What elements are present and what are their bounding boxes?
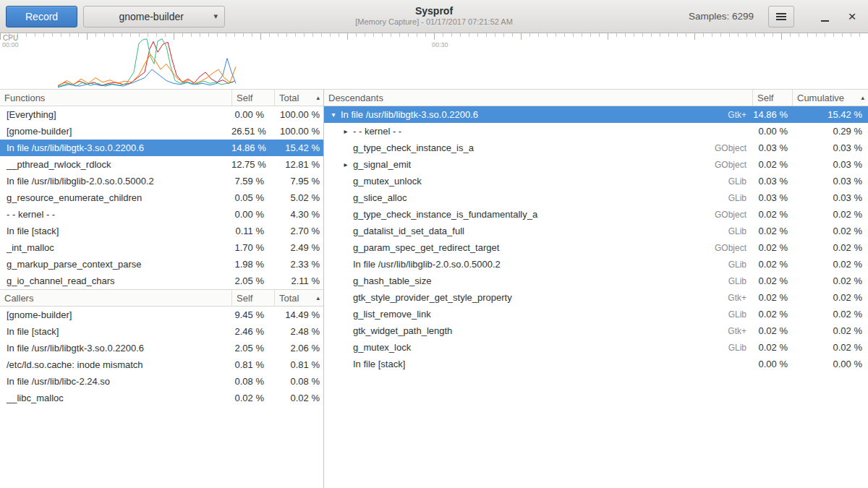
function-row[interactable]: g_resource_enumerate_children 0.05 % 5.0… <box>0 189 323 206</box>
descendants-pane: Descendants Self Cumulative ▴ ▾ In file … <box>324 89 868 488</box>
callers-header-row: Callers Self Total ▴ <box>0 289 323 307</box>
descendant-row[interactable]: g_datalist_id_set_data_full GLib 0.02 % … <box>324 223 868 239</box>
tree-expander-icon[interactable]: ▸ <box>341 160 351 168</box>
record-button[interactable]: Record <box>6 6 77 27</box>
descendant-row[interactable]: In file [stack] 0.00 % 0.00 % <box>324 356 868 372</box>
function-total-value: 100.00 % <box>274 126 323 137</box>
descendants-column-header[interactable]: Descendants <box>324 90 752 106</box>
descendant-self-value: 0.02 % <box>752 309 792 320</box>
descendants-cumulative-column-header[interactable]: Cumulative ▴ <box>792 90 868 106</box>
descendant-row[interactable]: g_slice_alloc GLib 0.03 % 0.03 % <box>324 189 868 206</box>
function-name: [gnome-builder] <box>4 126 72 137</box>
descendant-self-value: 0.03 % <box>752 176 792 187</box>
descendant-row[interactable]: ▸ g_signal_emit GObject 0.02 % 0.03 % <box>324 156 868 173</box>
caller-self-value: 0.81 % <box>231 359 274 370</box>
total-header-label: Total <box>279 293 299 304</box>
function-name: - - kernel - - <box>4 209 55 220</box>
window-close-icon: × <box>848 9 856 23</box>
descendants-self-column-header[interactable]: Self <box>752 90 792 106</box>
function-self-value: 12.75 % <box>231 159 274 170</box>
descendant-row[interactable]: g_param_spec_get_redirect_target GObject… <box>324 239 868 256</box>
functions-self-column-header[interactable]: Self <box>231 90 274 106</box>
descendant-row[interactable]: g_type_check_instance_is_fundamentally_a… <box>324 206 868 223</box>
descendant-row[interactable]: ▸ - - kernel - - 0.00 % 0.29 % <box>324 123 868 140</box>
function-name: _int_malloc <box>4 242 54 253</box>
callers-column-header[interactable]: Callers <box>0 290 231 306</box>
caller-name: In file [stack] <box>4 326 59 337</box>
caller-row[interactable]: [gnome-builder] 9.45 % 14.49 % <box>0 307 323 323</box>
function-row[interactable]: - - kernel - - 0.00 % 4.30 % <box>0 206 323 223</box>
descendant-cumulative-value: 0.02 % <box>792 309 868 320</box>
descendant-self-value: 0.03 % <box>752 142 792 153</box>
function-self-value: 7.59 % <box>231 176 274 187</box>
descendant-row[interactable]: g_list_remove_link GLib 0.02 % 0.02 % <box>324 306 868 322</box>
function-row[interactable]: [gnome-builder] 26.51 % 100.00 % <box>0 123 323 140</box>
function-row[interactable]: g_markup_parse_context_parse 1.98 % 2.33… <box>0 256 323 273</box>
caller-total-value: 14.49 % <box>274 309 323 320</box>
descendant-cumulative-value: 0.02 % <box>792 209 868 220</box>
time-label-start: 00:00 <box>2 41 19 48</box>
descendant-name: g_signal_emit <box>351 159 411 170</box>
caller-row[interactable]: In file /usr/lib/libgtk-3.so.0.2200.6 2.… <box>0 340 323 356</box>
function-total-value: 2.11 % <box>274 275 323 286</box>
function-row[interactable]: _int_malloc 1.70 % 2.49 % <box>0 239 323 256</box>
library-category-label: GLib <box>728 343 752 353</box>
tree-expander-icon[interactable]: ▸ <box>341 127 351 135</box>
descendant-row[interactable]: In file /usr/lib/libglib-2.0.so.0.5000.2… <box>324 256 868 273</box>
descendant-row[interactable]: g_mutex_lock GLib 0.02 % 0.02 % <box>324 339 868 356</box>
caller-row[interactable]: In file /usr/lib/libc-2.24.so 0.08 % 0.0… <box>0 373 323 390</box>
descendant-self-value: 0.02 % <box>752 275 792 286</box>
descendant-name: g_mutex_lock <box>351 342 411 353</box>
function-self-value: 1.70 % <box>231 242 274 253</box>
callers-total-column-header[interactable]: Total ▴ <box>274 290 323 306</box>
minimize-button[interactable] <box>814 6 835 27</box>
descendant-row[interactable]: ▾ In file /usr/lib/libgtk-3.so.0.2200.6 … <box>324 106 868 123</box>
caller-row[interactable]: /etc/ld.so.cache: inode mismatch 0.81 % … <box>0 356 323 373</box>
function-total-value: 4.30 % <box>274 209 323 220</box>
function-total-value: 12.81 % <box>274 159 323 170</box>
library-category-label: GObject <box>715 143 752 153</box>
function-self-value: 26.51 % <box>231 126 274 137</box>
descendant-name: In file [stack] <box>351 359 405 369</box>
descendant-row[interactable]: g_type_check_instance_is_a GObject 0.03 … <box>324 140 868 156</box>
function-row[interactable]: In file /usr/lib/libglib-2.0.so.0.5000.2… <box>0 173 323 189</box>
time-label-mid: 00:30 <box>432 41 448 48</box>
descendant-cumulative-value: 0.02 % <box>792 242 868 253</box>
descendant-cumulative-value: 0.03 % <box>792 192 868 203</box>
function-row[interactable]: __pthread_rwlock_rdlock 12.75 % 12.81 % <box>0 156 323 173</box>
tree-expander-icon[interactable]: ▾ <box>328 111 339 119</box>
function-row[interactable]: g_io_channel_read_chars 2.05 % 2.11 % <box>0 273 323 289</box>
descendant-name: - - kernel - - <box>351 126 401 137</box>
descendant-name: g_type_check_instance_is_a <box>351 142 474 153</box>
function-name: g_io_channel_read_chars <box>4 275 115 286</box>
descendant-self-value: 0.02 % <box>752 292 792 303</box>
callers-self-column-header[interactable]: Self <box>231 290 274 306</box>
window-title-block: Sysprof [Memory Capture] - 01/17/2017 07… <box>355 5 513 27</box>
descendant-cumulative-value: 15.42 % <box>792 109 868 120</box>
descendant-cumulative-value: 0.03 % <box>792 176 868 187</box>
function-name: g_resource_enumerate_children <box>4 192 142 203</box>
function-row[interactable]: In file /usr/lib/libgtk-3.so.0.2200.6 14… <box>0 140 323 156</box>
descendant-row[interactable]: gtk_style_provider_get_style_property Gt… <box>324 289 868 306</box>
descendant-row[interactable]: g_mutex_unlock GLib 0.03 % 0.03 % <box>324 173 868 189</box>
cpu-graph-area[interactable]: CPU 00:00 00:30 <box>0 33 868 89</box>
caller-total-value: 2.48 % <box>274 326 323 337</box>
caller-row[interactable]: __libc_malloc 0.02 % 0.02 % <box>0 390 323 406</box>
function-row[interactable]: In file [stack] 0.11 % 2.70 % <box>0 223 323 239</box>
functions-column-header[interactable]: Functions <box>0 90 231 106</box>
descendant-row[interactable]: gtk_widget_path_length Gtk+ 0.02 % 0.02 … <box>324 322 868 339</box>
sort-indicator-icon: ▴ <box>316 294 323 301</box>
function-row[interactable]: [Everything] 0.00 % 100.00 % <box>0 106 323 123</box>
functions-total-column-header[interactable]: Total ▴ <box>274 90 323 106</box>
close-button[interactable]: × <box>842 6 862 27</box>
descendants-tree: ▾ In file /usr/lib/libgtk-3.so.0.2200.6 … <box>324 106 868 372</box>
descendant-cumulative-value: 0.02 % <box>792 342 868 353</box>
cumulative-header-label: Cumulative <box>797 93 844 103</box>
functions-header-row: Functions Self Total ▴ <box>0 89 323 106</box>
menu-button[interactable] <box>768 6 794 27</box>
library-category-label: GLib <box>728 176 752 187</box>
caller-row[interactable]: In file [stack] 2.46 % 2.48 % <box>0 323 323 340</box>
library-category-label: GObject <box>715 160 752 170</box>
descendant-row[interactable]: g_hash_table_size GLib 0.02 % 0.02 % <box>324 273 868 289</box>
process-selector-dropdown[interactable]: gnome-builder ▾ <box>83 6 225 27</box>
